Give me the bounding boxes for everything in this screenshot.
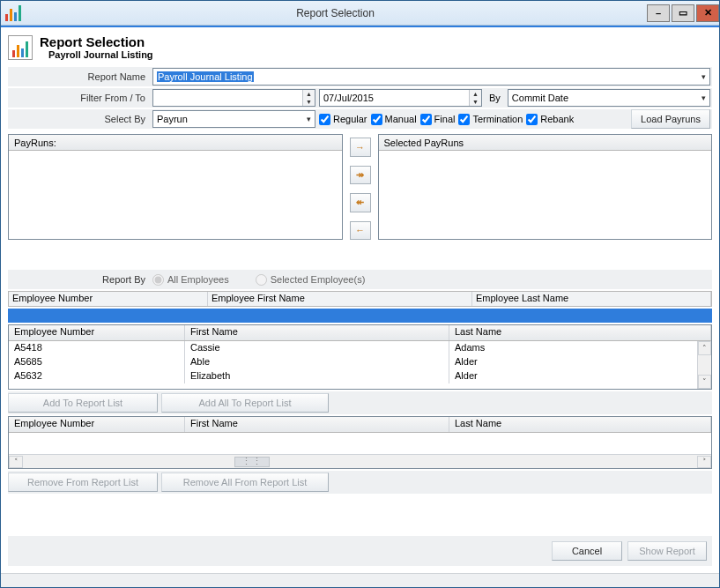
move-right-button[interactable]: → <box>350 138 371 157</box>
chevron-down-icon: ▾ <box>303 115 311 123</box>
move-left-button[interactable]: ← <box>350 221 371 241</box>
move-all-left-button[interactable]: ↞ <box>350 193 371 212</box>
page-title: Report Selection <box>40 34 153 49</box>
add-button-row: Add To Report List Add All To Report Lis… <box>8 391 712 414</box>
select-by-value: Payrun <box>157 114 188 124</box>
close-button[interactable]: ✕ <box>696 4 719 22</box>
payruns-header: PayRuns: <box>9 135 342 151</box>
col-first-name[interactable]: First Name <box>185 325 449 340</box>
label-select-by: Select By <box>8 114 152 124</box>
payruns-list[interactable]: PayRuns: <box>8 134 343 240</box>
by-value: Commit Date <box>512 93 568 103</box>
window: Report Selection – ▭ ✕ Report Selection … <box>0 0 720 588</box>
select-by-combo[interactable]: Payrun ▾ <box>152 110 315 128</box>
spinner-icon[interactable]: ▲▼ <box>469 90 481 106</box>
page-subtitle: Payroll Journal Listing <box>40 49 153 60</box>
spinner-icon[interactable]: ▲▼ <box>302 90 315 106</box>
row-report-name: Report Name Payroll Journal Listing ▾ <box>8 67 712 86</box>
col-employee-number[interactable]: Employee Number <box>9 417 185 432</box>
col-first-name[interactable]: First Name <box>185 417 449 432</box>
chevron-down-icon: ▾ <box>698 72 706 81</box>
titlebar: Report Selection – ▭ ✕ <box>1 1 719 26</box>
chevron-down-icon: ▾ <box>698 93 706 102</box>
maximize-button[interactable]: ▭ <box>672 4 694 22</box>
vertical-scrollbar[interactable]: ˄ ˅ <box>697 341 711 389</box>
dual-list: PayRuns: → ↠ ↞ ← Selected PayRuns <box>8 134 712 240</box>
selected-payruns-header: Selected PayRuns <box>379 135 712 151</box>
remove-all-from-report-button[interactable]: Remove All From Report List <box>161 473 329 492</box>
scroll-thumb[interactable]: ⋮⋮ <box>234 457 270 467</box>
scroll-down-icon[interactable]: ˅ <box>698 375 711 389</box>
content: Report Selection Payroll Journal Listing… <box>1 27 719 573</box>
minimize-button[interactable]: – <box>647 4 670 22</box>
move-all-right-button[interactable]: ↠ <box>350 166 371 185</box>
check-manual[interactable]: Manual <box>371 114 417 125</box>
table-row[interactable]: A5418 Cassie Adams <box>9 341 711 355</box>
check-final[interactable]: Final <box>420 114 456 125</box>
report-grid-header: Employee Number First Name Last Name <box>9 417 711 433</box>
radio-selected-employees[interactable]: Selected Employee(s) <box>256 274 366 286</box>
page-header: Report Selection Payroll Journal Listing <box>8 33 712 65</box>
filter-from-value <box>153 90 302 106</box>
arrow-left-icon: ← <box>355 225 365 235</box>
scroll-up-icon[interactable]: ˄ <box>698 341 711 355</box>
header-text: Report Selection Payroll Journal Listing <box>40 34 153 60</box>
row-filter: Filter From / To ▲▼ 07/Jul/2015 ▲▼ By Co… <box>8 88 712 108</box>
report-icon <box>8 35 33 60</box>
cancel-button[interactable]: Cancel <box>552 541 622 561</box>
load-payruns-button[interactable]: Load Payruns <box>631 109 710 129</box>
table-row[interactable]: A5685 Able Alder <box>9 355 711 369</box>
report-name-value: Payroll Journal Listing <box>157 71 254 82</box>
window-buttons: – ▭ ✕ <box>645 4 719 22</box>
arrow-right-icon: → <box>355 142 365 153</box>
radio-all-employees[interactable]: All Employees <box>152 274 229 286</box>
label-report-name: Report Name <box>8 71 152 82</box>
add-all-to-report-button[interactable]: Add All To Report List <box>161 393 329 413</box>
app-icon <box>6 6 20 20</box>
remove-button-row: Remove From Report List Remove All From … <box>8 471 712 494</box>
col-last-name[interactable]: Last Name <box>449 417 711 432</box>
status-bar <box>1 573 719 587</box>
table-row[interactable]: A5632 Elizabeth Alder <box>9 369 711 383</box>
filter-to-input[interactable]: 07/Jul/2015 ▲▼ <box>319 89 482 107</box>
check-termination[interactable]: Termination <box>458 114 523 125</box>
col-employee-number[interactable]: Employee Number <box>9 325 185 340</box>
selected-payruns-list[interactable]: Selected PayRuns <box>378 134 713 240</box>
report-name-combo[interactable]: Payroll Journal Listing ▾ <box>152 68 710 86</box>
check-rebank[interactable]: Rebank <box>526 114 574 125</box>
label-filter: Filter From / To <box>8 93 152 103</box>
horizontal-scrollbar[interactable]: ˂ ⋮⋮ ˃ <box>9 454 711 468</box>
label-by: By <box>486 93 504 103</box>
filter-col-last-name[interactable]: Employee Last Name <box>472 292 711 306</box>
report-grid-body <box>9 433 711 454</box>
window-title: Report Selection <box>26 7 645 19</box>
scroll-left-icon[interactable]: ˂ <box>9 456 23 468</box>
filter-to-value: 07/Jul/2015 <box>320 90 469 106</box>
filter-col-employee-number[interactable]: Employee Number <box>9 292 208 306</box>
footer: Cancel Show Report <box>8 536 712 566</box>
row-select-by: Select By Payrun ▾ Regular Manual Final … <box>8 109 712 129</box>
remove-from-report-button[interactable]: Remove From Report List <box>8 473 158 492</box>
filter-selection-row[interactable] <box>8 309 712 323</box>
report-list-grid: Employee Number First Name Last Name ˂ ⋮… <box>8 416 712 469</box>
employee-grid: Employee Number First Name Last Name A54… <box>8 324 712 390</box>
filter-header: Employee Number Employee First Name Empl… <box>8 291 712 307</box>
double-arrow-left-icon: ↞ <box>356 197 364 208</box>
filter-from-input[interactable]: ▲▼ <box>152 89 315 107</box>
employee-grid-header: Employee Number First Name Last Name <box>9 325 711 341</box>
filter-col-first-name[interactable]: Employee First Name <box>208 292 472 306</box>
label-report-by: Report By <box>8 274 152 285</box>
add-to-report-button[interactable]: Add To Report List <box>8 393 158 413</box>
employee-grid-body: A5418 Cassie Adams A5685 Able Alder A563… <box>9 341 711 389</box>
show-report-button[interactable]: Show Report <box>627 541 707 561</box>
row-report-by: Report By All Employees Selected Employe… <box>8 270 712 289</box>
mover-buttons: → ↠ ↞ ← <box>348 134 373 240</box>
by-combo[interactable]: Commit Date ▾ <box>508 89 710 107</box>
col-last-name[interactable]: Last Name <box>449 325 711 340</box>
check-regular[interactable]: Regular <box>319 114 367 125</box>
scroll-right-icon[interactable]: ˃ <box>697 456 711 468</box>
double-arrow-right-icon: ↠ <box>356 169 364 181</box>
